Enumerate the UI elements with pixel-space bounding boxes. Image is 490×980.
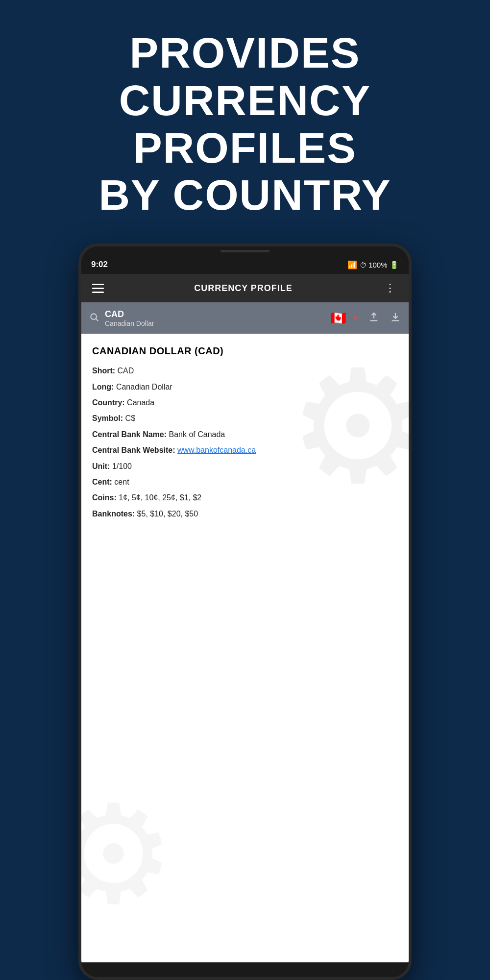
hero-line3: BY COUNTRY: [99, 171, 392, 219]
notch-bar: [220, 250, 270, 252]
country-label: Country:: [92, 398, 125, 407]
battery-label: 100%: [368, 261, 387, 269]
hamburger-line3: [92, 292, 104, 293]
search-filter-bar: CAD Canadian Dollar 🇨🇦 ▼: [81, 302, 409, 334]
hamburger-menu[interactable]: [90, 282, 106, 295]
website-label: Central Bank Website:: [92, 446, 175, 454]
website-link[interactable]: www.bankofcanada.ca: [177, 446, 256, 454]
cent-label: Cent:: [92, 478, 112, 486]
country-flag[interactable]: 🇨🇦: [330, 311, 346, 326]
banknotes-label: Banknotes:: [92, 510, 135, 518]
battery-icon: 🔋: [390, 261, 399, 269]
country-value: Canada: [127, 398, 154, 407]
unit-value: 1/100: [112, 462, 132, 470]
wifi-icon: 📶: [347, 261, 357, 269]
status-time: 9:02: [91, 260, 108, 270]
content-area: ⚙ ⚙ CANADIAN DOLLAR (CAD) Short: CAD Lon…: [81, 334, 409, 962]
hero-section: PROVIDES CURRENCY PROFILES BY COUNTRY: [0, 0, 490, 244]
symbol-value: C$: [125, 414, 135, 422]
currency-name: Canadian Dollar: [105, 319, 324, 327]
short-label: Short:: [92, 367, 115, 375]
long-label: Long:: [92, 383, 114, 391]
watermark-gear2: ⚙: [81, 786, 175, 923]
status-icons: 📶 ⏱ 100% 🔋: [347, 261, 399, 269]
coins-value: 1¢, 5¢, 10¢, 25¢, $1, $2: [119, 493, 201, 502]
central-bank-label: Central Bank Name:: [92, 430, 167, 439]
search-icon[interactable]: [89, 312, 99, 324]
upload-icon[interactable]: [368, 312, 379, 325]
app-bar: CURRENCY PROFILE ⋮: [81, 274, 409, 302]
phone-mockup: 9:02 📶 ⏱ 100% 🔋 CURRENCY PROFILE ⋮: [78, 244, 412, 980]
currency-code: CAD: [105, 309, 324, 319]
central-bank-value: Bank of Canada: [169, 430, 225, 439]
phone-bottom-bar: [81, 962, 409, 977]
svg-line-1: [96, 318, 98, 321]
hamburger-line1: [92, 284, 104, 285]
long-value: Canadian Dollar: [116, 383, 172, 391]
hero-line2: CURRENCY PROFILES: [119, 76, 371, 172]
row-banknotes: Banknotes: $5, $10, $20, $50: [92, 509, 398, 519]
more-options-button[interactable]: ⋮: [381, 280, 400, 296]
dropdown-arrow-icon[interactable]: ▼: [352, 314, 359, 322]
status-right-icons: 📶 ⏱ 100% 🔋: [347, 260, 399, 270]
row-cent: Cent: cent: [92, 477, 398, 488]
app-title: CURRENCY PROFILE: [106, 283, 381, 294]
row-short: Short: CAD: [92, 366, 398, 376]
coins-label: Coins:: [92, 493, 117, 502]
row-country: Country: Canada: [92, 397, 398, 408]
cent-value: cent: [114, 478, 129, 486]
short-value: CAD: [118, 367, 134, 375]
row-long: Long: Canadian Dollar: [92, 382, 398, 392]
download-icon[interactable]: [390, 312, 401, 325]
phone-notch: [81, 246, 409, 255]
banknotes-value: $5, $10, $20, $50: [137, 510, 198, 518]
status-bar: 9:02 📶 ⏱ 100% 🔋: [81, 255, 409, 274]
row-unit: Unit: 1/100: [92, 461, 398, 472]
hero-line1: PROVIDES: [130, 28, 361, 77]
row-website: Central Bank Website: www.bankofcanada.c…: [92, 445, 398, 456]
hamburger-line2: [92, 288, 104, 289]
alarm-icon: ⏱: [360, 261, 367, 269]
svg-point-0: [91, 314, 97, 319]
filter-icons-group: [368, 312, 401, 325]
row-coins: Coins: 1¢, 5¢, 10¢, 25¢, $1, $2: [92, 492, 398, 503]
row-symbol: Symbol: C$: [92, 413, 398, 424]
currency-selector: CAD Canadian Dollar: [105, 309, 324, 327]
profile-title: CANADIAN DOLLAR (CAD): [92, 345, 398, 357]
row-central-bank: Central Bank Name: Bank of Canada: [92, 429, 398, 440]
symbol-label: Symbol:: [92, 414, 123, 422]
unit-label: Unit:: [92, 462, 110, 470]
